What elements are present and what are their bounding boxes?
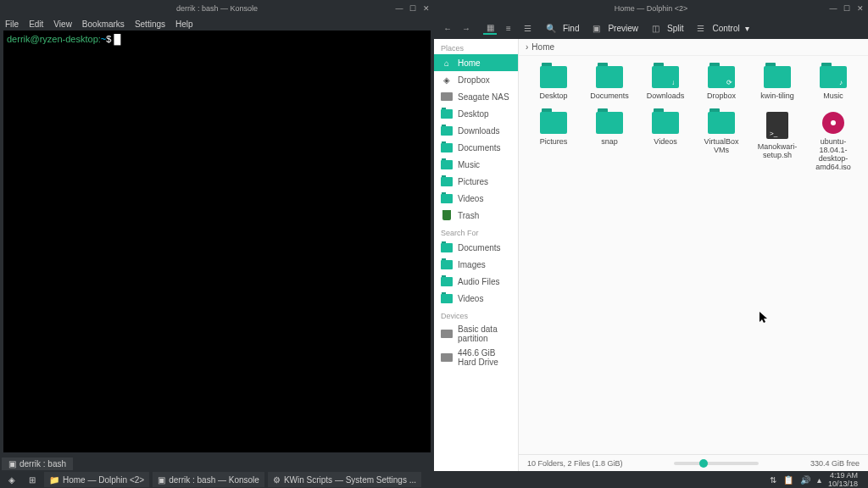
network-icon[interactable]: ⇅: [770, 475, 776, 485]
konsole-title: derrik : bash — Konsole: [176, 4, 258, 13]
menu-settings[interactable]: Settings: [135, 19, 165, 29]
sidebar-search-videos[interactable]: Videos: [434, 290, 518, 307]
folder-icon: [441, 141, 453, 153]
control-label[interactable]: Control: [712, 24, 739, 33]
settings-icon: ⚙: [273, 475, 281, 485]
folder-icon: ♪: [820, 66, 847, 88]
file-item[interactable]: VirtualBox VMs: [697, 112, 746, 171]
file-label: Downloads: [647, 92, 685, 100]
menu-file[interactable]: File: [5, 19, 19, 29]
sidebar-item-desktop[interactable]: Desktop: [434, 105, 518, 122]
free-space: 330.4 GiB free: [810, 459, 860, 468]
path-home[interactable]: Home: [531, 42, 554, 52]
file-item[interactable]: Manokwari-setup.sh: [753, 112, 802, 171]
folder-icon: [441, 241, 453, 253]
preview-label[interactable]: Preview: [608, 24, 638, 33]
file-item[interactable]: snap: [585, 112, 634, 171]
maximize-icon[interactable]: ☐: [409, 4, 417, 13]
split-icon[interactable]: ◫: [648, 21, 662, 35]
sidebar-search-images[interactable]: Images: [434, 256, 518, 273]
date: 10/13/18: [828, 480, 858, 488]
back-icon[interactable]: ←: [441, 21, 454, 35]
chevron-up-icon[interactable]: ▴: [817, 475, 821, 485]
konsole-titlebar[interactable]: derrik : bash — Konsole — ☐ ✕: [0, 0, 434, 17]
file-item[interactable]: ubuntu-18.04.1-desktop-amd64.iso: [809, 112, 858, 171]
sidebar-item-home[interactable]: ⌂Home: [434, 54, 518, 71]
file-item[interactable]: ⟳Dropbox: [697, 66, 746, 100]
find-label[interactable]: Find: [563, 24, 579, 33]
file-label: kwin-tiling: [760, 92, 794, 100]
trash-icon: [441, 209, 453, 221]
icons-view-icon[interactable]: ▦: [483, 21, 497, 35]
file-label: Desktop: [539, 92, 567, 100]
maximize-icon[interactable]: ☐: [843, 4, 851, 13]
launcher-button[interactable]: ◈: [3, 472, 20, 487]
find-icon[interactable]: 🔍: [544, 21, 558, 35]
clipboard-icon[interactable]: 📋: [783, 475, 793, 485]
konsole-tabbar: ▣ derrik : bash: [0, 456, 434, 471]
dolphin-statusbar: 10 Folders, 2 Files (1.8 GiB) 330.4 GiB …: [519, 454, 868, 471]
konsole-tab[interactable]: ▣ derrik : bash: [2, 458, 73, 470]
task-settings[interactable]: ⚙KWin Scripts — System Settings ...: [268, 472, 421, 487]
preview-icon[interactable]: ▣: [589, 21, 603, 35]
sidebar-item-videos[interactable]: Videos: [434, 190, 518, 207]
file-item[interactable]: Documents: [585, 66, 634, 100]
volume-icon[interactable]: 🔊: [800, 475, 810, 485]
file-label: Music: [823, 92, 843, 100]
close-icon[interactable]: ✕: [856, 4, 865, 13]
sidebar-search-audio[interactable]: Audio Files: [434, 273, 518, 290]
file-item[interactable]: Desktop: [529, 66, 578, 100]
chevron-down-icon[interactable]: ▾: [745, 24, 749, 33]
sidebar-search-documents[interactable]: Documents: [434, 239, 518, 256]
control-icon[interactable]: ☰: [693, 21, 707, 35]
sidebar-item-documents[interactable]: Documents: [434, 139, 518, 156]
folder-icon: [441, 175, 453, 187]
terminal[interactable]: derrik@ryzen-desktop:~$ █: [3, 30, 431, 452]
konsole-window: derrik : bash — Konsole — ☐ ✕ File Edit …: [0, 0, 434, 471]
folder-icon: [441, 258, 453, 270]
split-label[interactable]: Split: [667, 24, 683, 33]
dolphin-titlebar[interactable]: Home — Dolphin <2> — ☐ ✕: [434, 0, 868, 17]
sidebar-device-hdd[interactable]: 446.6 GiB Hard Drive: [434, 346, 518, 369]
sidebar-item-dropbox[interactable]: ◈Dropbox: [434, 71, 518, 88]
clock[interactable]: 4:19 AM 10/13/18: [828, 471, 858, 488]
folder-icon: [441, 292, 453, 304]
folder-icon: [441, 158, 453, 170]
sidebar-item-trash[interactable]: Trash: [434, 207, 518, 224]
minimize-icon[interactable]: —: [395, 4, 403, 13]
file-item[interactable]: kwin-tiling: [753, 66, 802, 100]
minimize-icon[interactable]: —: [829, 4, 837, 13]
sidebar-item-pictures[interactable]: Pictures: [434, 173, 518, 190]
sidebar-item-music[interactable]: Music: [434, 156, 518, 173]
file-item[interactable]: ↓Downloads: [641, 66, 690, 100]
sidebar-item-seagate[interactable]: Seagate NAS: [434, 88, 518, 105]
sidebar-device-partition[interactable]: Basic data partition: [434, 322, 518, 346]
close-icon[interactable]: ✕: [422, 4, 431, 13]
folder-icon: ⟳: [708, 66, 735, 88]
file-grid[interactable]: DesktopDocuments↓Downloads⟳Dropboxkwin-t…: [519, 56, 868, 454]
file-item[interactable]: Pictures: [529, 112, 578, 171]
main-view: › Home DesktopDocuments↓Downloads⟳Dropbo…: [519, 39, 868, 471]
sidebar-item-downloads[interactable]: Downloads: [434, 122, 518, 139]
folder-icon: 📁: [49, 475, 59, 485]
folder-icon: [596, 112, 623, 134]
file-label: ubuntu-18.04.1-desktop-amd64.iso: [809, 137, 858, 171]
menu-help[interactable]: Help: [175, 19, 193, 29]
menu-bookmarks[interactable]: Bookmarks: [82, 19, 125, 29]
file-item[interactable]: Videos: [641, 112, 690, 171]
file-item[interactable]: ♪Music: [809, 66, 858, 100]
task-konsole[interactable]: ▣derrik : bash — Konsole: [153, 472, 264, 487]
forward-icon[interactable]: →: [459, 21, 473, 35]
folder-icon: [708, 112, 735, 134]
places-header: Places: [434, 39, 518, 54]
home-icon: ⌂: [441, 57, 453, 69]
grid-button[interactable]: ⊞: [24, 472, 41, 487]
compact-view-icon[interactable]: ≡: [502, 21, 515, 35]
zoom-slider[interactable]: [674, 462, 759, 465]
dolphin-title: Home — Dolphin <2>: [615, 4, 688, 13]
path-bar[interactable]: › Home: [519, 39, 868, 56]
menu-edit[interactable]: Edit: [29, 19, 43, 29]
details-view-icon[interactable]: ☰: [520, 21, 534, 35]
task-dolphin[interactable]: 📁Home — Dolphin <2>: [44, 472, 149, 487]
menu-view[interactable]: View: [53, 19, 72, 29]
